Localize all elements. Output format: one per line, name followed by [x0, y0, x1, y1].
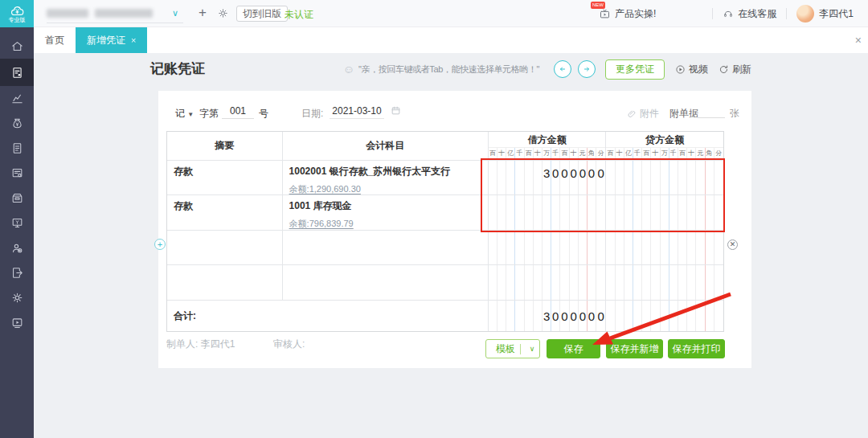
online-support-link[interactable]: 在线客服 — [723, 7, 776, 21]
sidebar-item-checkout[interactable] — [0, 260, 34, 285]
digit-cell — [497, 265, 506, 300]
sidebar-item-salary[interactable] — [0, 235, 34, 260]
sidebar-item-invoice[interactable] — [0, 136, 34, 161]
credit-amount-cell[interactable] — [606, 161, 723, 194]
digit-cell — [489, 195, 497, 230]
digit-cell — [624, 301, 633, 331]
date-input[interactable]: 2021-03-10 — [330, 105, 384, 119]
summary-cell[interactable]: 存款 — [167, 161, 283, 194]
sidebar-item-home[interactable] — [0, 34, 34, 59]
account-cell[interactable]: 1001 库存现金 余额:796,839.79 — [283, 195, 489, 230]
digit-label: 十 — [534, 148, 542, 159]
digit-cell — [678, 231, 687, 264]
sidebar-item-tutorial[interactable] — [0, 310, 34, 335]
next-voucher-button[interactable] — [578, 60, 596, 78]
account-cell[interactable]: 1002001 银行存款_苏州银行太平支行 余额:1,290,690.30 — [283, 161, 489, 194]
debit-amount-cell[interactable] — [489, 231, 607, 264]
digit-cell — [714, 265, 723, 300]
col-header-account: 会计科目 — [283, 132, 489, 160]
account-name: 1001 库存现金 — [289, 199, 481, 213]
sidebar-item-cashier[interactable] — [0, 186, 34, 211]
more-vouchers-button[interactable]: 更多凭证 — [605, 59, 665, 80]
summary-cell[interactable] — [167, 265, 283, 300]
digit-cell — [642, 265, 651, 300]
sidebar-item-settings[interactable] — [0, 285, 34, 310]
delete-row-icon[interactable]: ✕ — [727, 239, 738, 250]
company-name-redacted — [95, 9, 153, 18]
tab-new-voucher[interactable]: 新增凭证 × — [76, 27, 147, 53]
attach-count-input[interactable] — [698, 105, 725, 118]
digit-cell — [588, 195, 596, 230]
refresh-button[interactable]: 刷新 — [719, 63, 751, 76]
invoice-book-icon — [10, 141, 24, 155]
gear-icon[interactable] — [217, 7, 229, 23]
debit-amount-cell[interactable] — [489, 195, 607, 230]
debit-amount-cell[interactable] — [489, 265, 607, 300]
credit-amount-cell[interactable] — [606, 231, 723, 264]
calendar-icon[interactable] — [391, 105, 401, 118]
cash-register-icon — [10, 191, 24, 205]
prev-voucher-button[interactable] — [554, 60, 571, 78]
topbar: ∨ + 切到旧版 未认证 NEW 产品实操! — [34, 0, 868, 27]
switch-old-version-button[interactable]: 切到旧版 — [236, 6, 288, 22]
voucher-icon — [10, 66, 24, 80]
promo-label: 产品实操! — [615, 7, 656, 21]
app-logo[interactable]: 专业版 — [0, 0, 34, 27]
account-cell[interactable] — [283, 265, 489, 300]
digit-label: 百 — [489, 148, 497, 159]
template-button[interactable]: 模板 ∨ — [485, 339, 540, 358]
credit-amount-cell[interactable] — [606, 195, 723, 230]
template-label: 模板 — [496, 342, 515, 356]
digit-cell — [714, 301, 723, 331]
sidebar-item-funds[interactable] — [0, 111, 34, 136]
add-account-set-icon[interactable]: + — [199, 5, 207, 21]
digit-cell — [551, 231, 560, 264]
credit-digit-labels: 百十亿千百十万千百十元角分 — [606, 148, 723, 159]
digit-label: 亿 — [624, 148, 633, 159]
summary-cell[interactable] — [167, 231, 283, 264]
add-row-icon[interactable]: + — [154, 239, 166, 250]
digit-cell: 3 — [542, 301, 551, 331]
tab-label: 新增凭证 — [87, 34, 125, 47]
cert-status-label[interactable]: 未认证 — [285, 8, 313, 22]
voucher-word-select[interactable]: 记 ▼ — [175, 107, 194, 121]
attachment-link[interactable]: 附件 — [627, 107, 659, 121]
digit-cell — [588, 265, 596, 300]
summary-cell[interactable]: 存款 — [167, 195, 283, 230]
digit-cell — [579, 265, 588, 300]
voucher-number-input[interactable]: 001 — [222, 105, 254, 119]
debit-amount-cell[interactable]: 3000000 — [489, 161, 607, 194]
close-tabs-icon[interactable]: × — [855, 34, 862, 47]
table-row-4 — [167, 265, 723, 301]
digit-label: 百 — [606, 148, 615, 159]
user-menu[interactable]: 李四代1 — [796, 5, 854, 23]
save-and-add-button[interactable]: 保存并新增 — [606, 339, 663, 358]
save-button[interactable]: 保存 — [547, 339, 600, 358]
sidebar-item-assets[interactable] — [0, 211, 34, 235]
save-and-print-button[interactable]: 保存并打印 — [668, 339, 725, 358]
tab-close-icon[interactable]: × — [131, 35, 136, 45]
sidebar — [0, 27, 34, 438]
product-demo-link[interactable]: NEW 产品实操! — [599, 7, 656, 21]
digit-label: 亿 — [506, 148, 515, 159]
digit-cell — [661, 301, 669, 331]
sidebar-item-voucher[interactable] — [0, 59, 34, 86]
chevron-down-icon[interactable]: ∨ — [172, 8, 178, 18]
digit-cell — [497, 301, 506, 331]
account-cell[interactable] — [283, 231, 489, 264]
total-credit-cell — [606, 301, 723, 331]
video-label: 视频 — [689, 63, 708, 76]
voucher-table: 摘要 会计科目 借方金额 百十亿千百十万千百十元角分 贷方金额 百十亿千百十万千… — [166, 131, 724, 332]
digit-cell — [651, 161, 660, 194]
sidebar-item-reports[interactable] — [0, 86, 34, 111]
credit-amount-cell[interactable] — [606, 265, 723, 300]
table-row-1: 存款 1002001 银行存款_苏州银行太平支行 余额:1,290,690.30… — [167, 161, 723, 195]
chevron-down-icon[interactable]: ∨ — [525, 345, 539, 353]
digit-cell — [534, 161, 542, 194]
digit-cell — [506, 301, 515, 331]
digit-cell — [596, 195, 605, 230]
avatar — [796, 5, 814, 23]
video-button[interactable]: 视频 — [675, 63, 708, 76]
tab-home[interactable]: 首页 — [34, 27, 76, 53]
sidebar-item-tax-report[interactable] — [0, 161, 34, 186]
